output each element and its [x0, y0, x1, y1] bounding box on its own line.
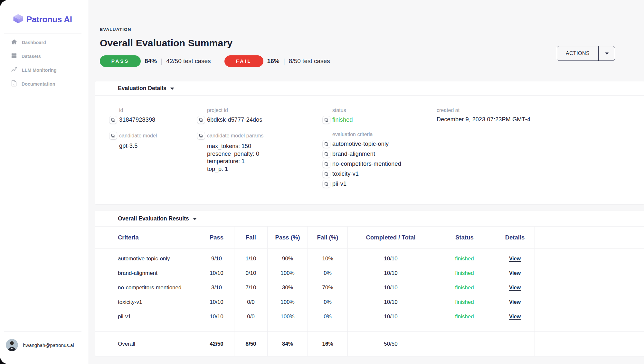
sidebar-item-dashboard[interactable]: Dashboard [0, 37, 89, 48]
cell-completed [347, 249, 434, 251]
column-header: Criteria [95, 227, 199, 248]
cell-pass-pct: 30% [267, 280, 308, 295]
evaluation-criteria-list: automotive-topic-only brand-alignment no… [323, 140, 437, 188]
cell-completed: 10/10 [347, 309, 434, 324]
field-label: id [119, 108, 197, 113]
cell-criteria: pii-v1 [95, 309, 199, 324]
view-details-link[interactable]: View [509, 256, 521, 262]
cell-completed [347, 324, 434, 331]
sidebar-divider [4, 33, 81, 33]
cell-status: finished [434, 295, 495, 309]
field-label: evaluation criteria [332, 132, 437, 137]
field-status: status finished [323, 108, 437, 124]
sidebar-item-documentation[interactable]: Documentation [0, 79, 89, 89]
column-header: Fail (%) [308, 227, 347, 248]
avatar [6, 339, 18, 351]
brand-name: Patronus AI [26, 14, 72, 24]
cell-criteria: Overall [95, 332, 199, 356]
criteria-item: automotive-topic-only [323, 140, 437, 148]
copy-icon[interactable] [323, 170, 330, 178]
view-details-link[interactable]: View [509, 299, 521, 305]
datasets-grid-icon [11, 53, 17, 60]
overall-results-card: Overall Evaluation Results CriteriaPassF… [95, 211, 644, 356]
field-candidate-model: candidate model gpt-3.5 [109, 132, 197, 188]
cell-pass-pct: 100% [267, 309, 308, 324]
pass-percent: 84% [145, 58, 157, 65]
copy-icon[interactable] [197, 116, 205, 124]
cell-fail-pct [308, 249, 347, 251]
cell-fail-pct [308, 324, 347, 331]
field-project-id: project id 6bdksk-d5777-24dos [197, 108, 323, 124]
cell-pass: 9/10 [199, 251, 234, 266]
evaluation-details-card: Evaluation Details id 31847928398 projec… [95, 81, 644, 204]
cell-pass [199, 249, 234, 251]
cell-pass: 3/10 [199, 280, 234, 295]
fail-cases: 8/50 test cases [289, 58, 330, 65]
cell-fail-pct: 10% [308, 251, 347, 266]
empty-cell [535, 266, 644, 280]
empty-cell [535, 251, 644, 266]
copy-icon[interactable] [109, 116, 117, 124]
brand-logo[interactable]: Patronus AI [0, 0, 89, 25]
copy-icon[interactable] [323, 160, 330, 168]
field-label: candidate model [119, 133, 157, 138]
table-row: toxicity-v110/100/0100%0%10/10finishedVi… [95, 295, 644, 309]
cell-completed: 50/50 [347, 332, 434, 356]
cell-fail: 8/50 [234, 332, 267, 356]
copy-icon[interactable] [323, 116, 330, 124]
actions-split-button: ACTIONS [557, 46, 615, 61]
cell-fail [234, 324, 267, 331]
param-value: max_tokens: 150 [207, 143, 323, 150]
overall-results-header: Overall Evaluation Results [95, 211, 644, 226]
cell-fail: 0/0 [234, 295, 267, 309]
cell-pass-pct [267, 249, 308, 251]
cell-completed: 10/10 [347, 251, 434, 266]
sidebar-item-label: Datasets [22, 54, 41, 59]
collapse-caret-icon[interactable] [170, 87, 174, 90]
cell-details: View [495, 309, 535, 324]
empty-grid-cell [437, 132, 634, 188]
field-label: project id [207, 108, 323, 113]
cell-status: finished [434, 251, 495, 266]
actions-dropdown-button[interactable] [599, 46, 615, 61]
cell-details [495, 332, 535, 356]
user-account[interactable]: hwanghah@patronus.ai [0, 332, 89, 364]
copy-icon[interactable] [323, 140, 330, 148]
column-header: Fail [234, 227, 267, 248]
criteria-item: no-competitors-mentioned [323, 160, 437, 168]
cell-criteria: brand-alignment [95, 266, 199, 280]
field-evaluation-criteria: evaluation criteria automotive-topic-onl… [323, 132, 437, 188]
actions-button[interactable]: ACTIONS [557, 46, 599, 61]
cell-pass: 42/50 [199, 332, 234, 356]
field-created-at: created at December 9, 2023 07:23PM GMT-… [437, 108, 634, 124]
view-details-link[interactable]: View [509, 314, 521, 320]
column-header: Pass [199, 227, 234, 248]
copy-icon[interactable] [197, 132, 205, 139]
copy-icon[interactable] [109, 132, 117, 139]
cell-fail-pct: 70% [308, 280, 347, 295]
cell-details [495, 324, 535, 331]
cell-details: View [495, 295, 535, 309]
view-details-link[interactable]: View [509, 285, 521, 291]
cell-pass-pct [267, 324, 308, 331]
sidebar-item-datasets[interactable]: Datasets [0, 51, 89, 61]
cell-criteria: no-competitors-mentioned [95, 280, 199, 295]
caret-down-icon [605, 52, 609, 55]
field-value: December 9, 2023 07:23PM GMT-4 [437, 116, 634, 123]
table-row: Overall42/508/5084%16%50/50 [95, 331, 644, 356]
collapse-caret-icon[interactable] [193, 217, 197, 220]
cell-fail-pct: 16% [308, 332, 347, 356]
view-details-link[interactable]: View [509, 270, 521, 276]
app-window: Patronus AI Dashboard Datasets LLM Mon [0, 0, 644, 364]
empty-cell [535, 249, 644, 251]
table-row: automotive-topic-only9/101/1090%10%10/10… [95, 251, 644, 266]
copy-icon[interactable] [323, 180, 330, 188]
sidebar-item-llm-monitoring[interactable]: LLM Monitoring [0, 65, 89, 75]
cell-criteria: toxicity-v1 [95, 295, 199, 309]
fail-badge: FAIL [224, 55, 263, 67]
cell-fail-pct: 0% [308, 309, 347, 324]
empty-cell [535, 280, 644, 295]
copy-icon[interactable] [323, 150, 330, 158]
sidebar-nav: Dashboard Datasets LLM Monitoring Docume… [0, 37, 89, 89]
cell-completed: 10/10 [347, 266, 434, 280]
